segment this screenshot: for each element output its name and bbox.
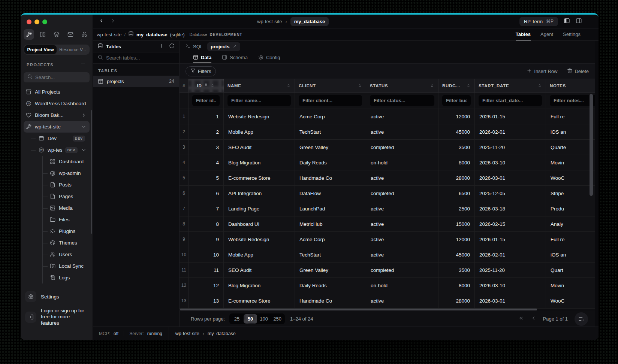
cell-start-date[interactable]: 2026-03-01 (475, 293, 546, 308)
cell-notes[interactable]: Full re (546, 232, 595, 247)
cell-notes[interactable]: Movin (546, 278, 595, 293)
first-page-button[interactable] (518, 315, 524, 322)
cell-budg[interactable]: 3500 (438, 140, 475, 155)
status-site[interactable]: wp-test-site (175, 331, 199, 336)
sort-icon[interactable] (358, 84, 362, 88)
cell-status[interactable]: active (366, 170, 438, 185)
status-database[interactable]: my_database (208, 331, 236, 336)
panel-left-icon[interactable] (564, 18, 570, 24)
cell-notes[interactable]: Quarte (546, 140, 595, 155)
table-row[interactable]: 1010Mobile AppTechStartactive450002026-0… (180, 247, 595, 263)
cell-start-date[interactable]: 2026-02-01 (475, 247, 546, 262)
cell-start-date[interactable]: 2026-01-15 (475, 232, 546, 247)
cell-budg[interactable]: 8000 (438, 278, 475, 293)
cell-start-date[interactable]: 2026-03-18 (475, 201, 546, 216)
column-header-client[interactable]: CLIENT (295, 79, 366, 92)
cell-name[interactable]: Landing Page (224, 201, 295, 216)
refresh-icon[interactable] (169, 43, 175, 49)
app-tab-agent[interactable]: Agent (540, 28, 553, 40)
cell-client[interactable]: Acme Corp (295, 109, 366, 124)
table-row[interactable]: 22Mobile AppTechStartactive450002026-02-… (180, 124, 595, 140)
cell-id[interactable]: 3 (189, 140, 224, 155)
filter-input-start-date[interactable] (479, 95, 542, 106)
cell-id[interactable]: 8 (189, 216, 224, 231)
tab-resource-view[interactable]: Resource V... (57, 45, 89, 54)
close-icon[interactable] (233, 44, 237, 48)
table-row[interactable]: 77Landing PageLaunchPadactive25002026-03… (180, 201, 595, 216)
zoom-window-button[interactable] (42, 19, 47, 24)
filter-input-status[interactable] (370, 95, 434, 106)
sidebar-item-wp-admin[interactable]: wp-admin (24, 167, 90, 179)
sidebar-item-wordpress-dashboard[interactable]: WWordPress Dashboard (24, 98, 90, 109)
cell-notes[interactable]: Analy (546, 216, 595, 231)
cell-budg[interactable]: 12000 (438, 109, 475, 124)
table-row[interactable]: 1212Blog MigrationDaily Readson-hold8000… (180, 278, 595, 293)
sidebar-item-wp-tes[interactable]: Wwp-tes...DEV (24, 144, 90, 156)
tab-projects[interactable]: projects (207, 42, 240, 51)
rail-search-button[interactable] (79, 29, 90, 40)
cell-status[interactable]: active (366, 232, 438, 247)
view-tab-config[interactable]: Config (258, 52, 280, 63)
cell-budg[interactable]: 45000 (438, 124, 475, 139)
rows-per-page-option-25[interactable]: 25 (230, 314, 244, 324)
column-header-start-date[interactable]: START_DATE (475, 79, 546, 92)
column-header-budg[interactable]: BUDG... (438, 79, 475, 92)
view-tab-data[interactable]: Data (193, 52, 211, 63)
breadcrumb-database[interactable]: my_database (290, 17, 329, 26)
plus-icon[interactable] (159, 43, 164, 49)
cell-status[interactable]: on-hold (366, 155, 438, 170)
app-tab-tables[interactable]: Tables (516, 28, 531, 40)
cell-start-date[interactable]: 2026-02-01 (475, 124, 546, 139)
table-row[interactable]: 33SEO AuditGreen Valleycompleted35002025… (180, 140, 595, 155)
rows-per-page-option-250[interactable]: 250 (271, 314, 284, 324)
breadcrumb-site[interactable]: wp-test-site (257, 19, 282, 24)
cell-budg[interactable]: 28000 (438, 293, 475, 308)
sidebar-item-local-sync[interactable]: Local Sync (24, 260, 90, 272)
cell-budg[interactable]: 8000 (438, 155, 475, 170)
sidebar-item-dev[interactable]: DevDEV (24, 133, 90, 144)
sort-icon[interactable] (210, 84, 215, 88)
cell-id[interactable]: 10 (189, 247, 224, 262)
cell-budg[interactable]: 28000 (438, 170, 475, 185)
cell-id[interactable]: 2 (189, 124, 224, 139)
filter-input-name[interactable] (227, 95, 291, 106)
sidebar-item-logs[interactable]: Logs (24, 272, 90, 283)
cell-id[interactable]: 5 (189, 170, 224, 185)
cell-budg[interactable]: 2500 (438, 201, 475, 216)
table-row[interactable]: 11Website RedesignAcme Corpactive1200020… (180, 109, 595, 124)
cell-client[interactable]: Daily Reads (295, 278, 366, 293)
insert-row-button[interactable]: Insert Row (527, 68, 557, 75)
table-item-projects[interactable]: projects24 (93, 76, 179, 87)
sort-icon[interactable] (430, 84, 434, 88)
table-row[interactable]: 99Website RedesignAcme Corpactive1200020… (180, 232, 595, 247)
sidebar-item-themes[interactable]: Themes (24, 237, 90, 249)
rail-mail-button[interactable] (65, 29, 76, 40)
chevron-left-icon[interactable] (99, 18, 104, 24)
cell-start-date[interactable]: 2025-11-20 (475, 140, 546, 155)
cell-client[interactable]: Handmade Co (295, 293, 366, 308)
sidebar-item-media[interactable]: Media (24, 202, 90, 214)
toggle-right-panel-button[interactable] (576, 18, 582, 25)
rows-per-page-option-100[interactable]: 100 (257, 314, 271, 324)
column-header-name[interactable]: NAME (224, 79, 295, 92)
cell-name[interactable]: Dashboard UI (224, 216, 295, 231)
cell-start-date[interactable]: 2025-12-05 (475, 186, 546, 201)
table-row[interactable]: 88Dashboard UIMetricHubactive150002026-0… (180, 216, 595, 232)
sort-icon[interactable] (466, 84, 471, 88)
cell-client[interactable]: MetricHub (295, 216, 366, 231)
sidebar-item-pages[interactable]: Pages (24, 191, 90, 202)
cell-id[interactable]: 7 (189, 201, 224, 216)
site-name[interactable]: wp-test-site (97, 32, 121, 37)
chevron-down-icon[interactable] (81, 124, 87, 130)
cell-name[interactable]: SEO Audit (224, 263, 295, 277)
cell-name[interactable]: Blog Migration (224, 278, 295, 293)
sidebar-item-posts[interactable]: Posts (24, 179, 90, 191)
cell-notes[interactable]: Quart (546, 263, 595, 277)
cell-start-date[interactable]: 2026-03-01 (475, 170, 546, 185)
sidebar-scrollbar[interactable] (91, 110, 92, 234)
cell-start-date[interactable]: 2026-03-10 (475, 278, 546, 293)
cell-start-date[interactable]: 2026-02-15 (475, 216, 546, 231)
cell-status[interactable]: completed (366, 140, 438, 155)
filter-input-budg[interactable] (442, 95, 471, 106)
cell-status[interactable]: active (366, 293, 438, 308)
